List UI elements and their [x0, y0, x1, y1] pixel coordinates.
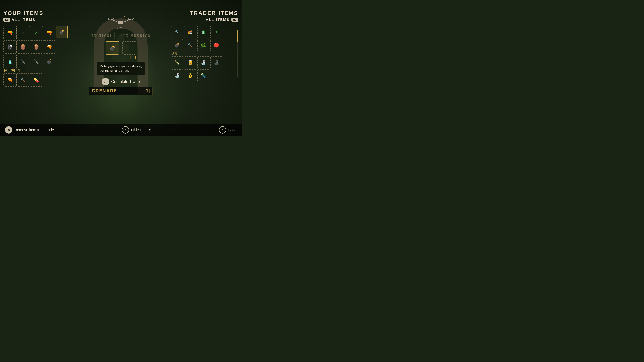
right-filter-row: ALL ITEMS R2: [171, 17, 238, 22]
green-item-icon: 💊: [34, 78, 39, 83]
item-slot[interactable]: 🔫: [3, 73, 17, 87]
item-slot[interactable]: 🧃: [197, 26, 209, 38]
item-slot[interactable]: ✚: [210, 26, 222, 38]
item-slot[interactable]: 🥫: [184, 56, 196, 68]
r2-button[interactable]: R2: [232, 17, 238, 22]
bottle-green-icon: 🍶: [200, 60, 206, 65]
knife-icon: 🔪: [20, 59, 26, 64]
leaf-icon: 🌿: [200, 42, 206, 48]
r3-button[interactable]: R3: [122, 126, 129, 134]
bottle-yellow-icon: 🧴: [8, 59, 13, 64]
item-slot[interactable]: 🔦: [197, 69, 209, 81]
red-item-icon: 🔴: [214, 42, 219, 48]
left-filter-row: L2 ALL ITEMS: [3, 17, 70, 22]
l2-button[interactable]: L2: [3, 17, 10, 22]
trade-labels: [TO GIVE] [TO RECEIVE]: [86, 32, 156, 39]
back-button[interactable]: ○: [219, 126, 226, 134]
center-panel: [TO GIVE] [TO RECEIVE] 💣 ⊕ [11] Military…: [86, 32, 156, 95]
right-row2: 💣 ⛏️ 🌿 🔴: [171, 39, 238, 51]
item-slot[interactable]: 📻: [184, 26, 196, 38]
scrollbar-thumb[interactable]: [237, 30, 238, 42]
item-slot[interactable]: ✕: [16, 26, 30, 39]
bomb-icon: 🔨: [20, 78, 26, 83]
item-slot[interactable]: 🍾: [171, 56, 183, 68]
left-items-row4: 🔫 🔨 💊: [3, 73, 70, 87]
right-row2-count: [10]: [171, 51, 238, 55]
remove-label: Remove item from trade: [14, 128, 54, 132]
hide-label: Hide Details: [131, 128, 151, 132]
item-slot[interactable]: 🔪: [30, 55, 43, 68]
row2-count-label: [10]: [172, 51, 177, 55]
drone-icon: [107, 16, 134, 30]
trader-items-title: TRADER ITEMS: [171, 10, 238, 16]
item-slot-selected[interactable]: 💣: [56, 26, 68, 38]
grenade-selected-icon: 💣: [59, 29, 65, 35]
bottle-metal-icon: 🥫: [188, 60, 193, 65]
item-slot[interactable]: 🔪: [16, 55, 30, 68]
item-slot[interactable]: 🔴: [210, 39, 222, 51]
right-row4: 🍶 🪝 🔦: [171, 69, 238, 81]
item-slot[interactable]: 💣: [171, 39, 183, 51]
hide-action: R3 Hide Details: [122, 126, 151, 134]
empty-icon2: ✕: [35, 30, 38, 35]
item-slot[interactable]: 🧴: [3, 55, 17, 68]
item-slot[interactable]: 🍶: [171, 69, 183, 81]
item-slot[interactable]: 🍶: [210, 56, 222, 68]
left-panel: YOUR ITEMS L2 ALL ITEMS 🔫 ✕ ✕ 🔫 💣: [3, 10, 70, 88]
notebook-icon: 📓: [7, 45, 13, 49]
right-row1: 🔧 1 📻 🧃 ✚: [171, 26, 238, 38]
item-slot[interactable]: 🔨: [16, 73, 30, 87]
receive-slot[interactable]: ⊕: [122, 41, 136, 55]
item-slot[interactable]: 🪵: [30, 40, 43, 54]
bottle-green2-icon: 🍶: [174, 73, 180, 78]
item-slot[interactable]: 🔫: [42, 40, 56, 54]
item-slot[interactable]: 🪝: [184, 69, 196, 81]
left-filter-label: ALL ITEMS: [12, 17, 36, 22]
item-slot[interactable]: ✕: [30, 26, 43, 39]
item-slot[interactable]: ⛏️: [184, 39, 196, 51]
item-name: GRENADE: [92, 88, 117, 93]
tooltip-text: Military-grade explosive device,pull the…: [100, 64, 142, 72]
remove-action: ✕ Remove item from trade: [5, 126, 54, 134]
rifle3-icon: 🔫: [46, 45, 52, 49]
your-items-title: YOUR ITEMS: [3, 10, 70, 16]
count-label: [45][20][62]: [4, 68, 20, 72]
stick-icon: 🪵: [20, 45, 26, 49]
left-items-row2: 📓 🪵 🪵 🔫: [3, 40, 70, 54]
receive-slot-container: ⊕ [11]: [122, 41, 136, 59]
item-slot[interactable]: 🪵: [16, 40, 30, 54]
bottle-red-icon: 🍾: [174, 60, 180, 65]
empty-icon: ✕: [22, 30, 25, 35]
to-give-label: [TO GIVE]: [86, 32, 115, 39]
give-item-icon: 💣: [109, 45, 116, 51]
item-name-bar: GRENADE [1]: [89, 87, 152, 95]
right-divider: [171, 24, 238, 24]
orange-item-icon: 🧃: [201, 30, 206, 34]
item-slot[interactable]: 💣: [42, 55, 56, 68]
item-slot[interactable]: 📓: [3, 40, 17, 54]
x-button[interactable]: ✕: [5, 126, 12, 134]
give-slot[interactable]: 💣: [106, 41, 119, 55]
item-tooltip: Military-grade explosive device,pull the…: [97, 62, 144, 75]
row3-counts: [45][20][62]: [3, 68, 70, 72]
item-slot[interactable]: 🔧 1: [171, 26, 183, 38]
item-slot[interactable]: 🍶: [197, 56, 209, 68]
item-slot[interactable]: 💊: [30, 73, 43, 87]
left-items-row1: 🔫 ✕ ✕ 🔫 💣: [3, 26, 70, 39]
grenade-r-icon: 💣: [174, 42, 180, 48]
item-slot[interactable]: 🔫: [3, 26, 17, 39]
right-filter-label: ALL ITEMS: [206, 17, 230, 22]
item-slot[interactable]: 🔫: [42, 26, 56, 39]
triangle-button[interactable]: △: [102, 78, 109, 85]
grenade-icon: 💣: [46, 59, 52, 64]
left-items-row3: 🧴 🔪 🔪 💣: [3, 55, 70, 68]
item-slot[interactable]: 🌿: [197, 39, 209, 51]
rifle4-icon: 🔫: [7, 78, 13, 82]
receive-count: [11]: [122, 55, 136, 59]
green-cross-icon: ✚: [215, 30, 218, 34]
scrollbar-track[interactable]: [237, 30, 238, 77]
complete-trade-row: △ Complete Trade: [102, 78, 140, 85]
tool-icon: 🔧: [175, 30, 180, 34]
trade-slots: 💣 ⊕ [11]: [106, 41, 136, 59]
right-row3: 🍾 🥫 🍶 🍶: [171, 56, 238, 68]
